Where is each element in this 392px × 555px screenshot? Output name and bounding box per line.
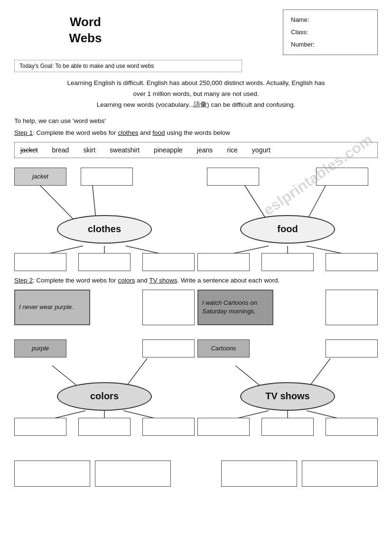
- clothes-bottom-box1[interactable]: [14, 253, 66, 271]
- tvshows-bottom-box3[interactable]: [326, 418, 378, 436]
- intro-line1: Learning English is difficult. English h…: [14, 78, 378, 89]
- clothes-top-box1: jacket: [14, 168, 66, 186]
- step1-text: : Complete the word webs for: [33, 129, 116, 136]
- food-bottom-box2[interactable]: [261, 253, 314, 271]
- colors-oval: colors: [57, 382, 152, 411]
- step1-webs: jacket clothes food: [14, 168, 378, 272]
- step1-suffix: using the words below: [167, 129, 230, 136]
- step1-word1: clothes: [118, 129, 138, 136]
- help-text: To help, we can use 'word webs': [14, 117, 378, 124]
- page-title: Word Webs: [14, 9, 157, 47]
- step2-word1: colors: [118, 277, 135, 284]
- word-skirt: skirt: [83, 146, 95, 154]
- colors-bottom-box2[interactable]: [78, 418, 131, 436]
- word-yogurt: yogurt: [252, 146, 271, 154]
- colors-bottom-box3[interactable]: [142, 418, 195, 436]
- number-label: Number:: [291, 38, 370, 51]
- info-box: Name: Class: Number:: [283, 9, 378, 55]
- extra-box-3[interactable]: [221, 461, 297, 487]
- name-label: Name:: [291, 14, 370, 26]
- word-rice: rice: [227, 146, 238, 154]
- step1-title: Step 1: [14, 129, 33, 136]
- title-line2: Webs: [14, 30, 157, 47]
- step2-title: Step 2: [14, 277, 33, 284]
- tvshows-sentence-box[interactable]: I watch Cartoons on Saturday mornings.: [197, 290, 273, 325]
- step2-suffix: . Write a sentence about each word.: [177, 277, 280, 284]
- word-bread: bread: [52, 146, 69, 154]
- header-area: Word Webs Name: Class: Number:: [14, 9, 378, 55]
- word-jeans: jeans: [197, 146, 213, 154]
- colors-web: I never wear purple. purple colors: [14, 290, 195, 437]
- food-oval: food: [240, 215, 335, 244]
- word-jacket: jacket: [20, 146, 38, 154]
- clothes-bottom-box2[interactable]: [78, 253, 131, 271]
- colors-top-empty-box[interactable]: [142, 290, 195, 325]
- extra-box-2[interactable]: [95, 461, 171, 487]
- tvshows-bottom-box1[interactable]: [197, 418, 250, 436]
- step2-label: Step 2: Complete the word webs for color…: [14, 277, 378, 284]
- goal-text: Today's Goal: To be able to make and use…: [19, 63, 154, 69]
- intro-line3: Learning new words (vocabulary...語彙) can…: [14, 100, 378, 111]
- extra-bottom-left: [14, 461, 171, 487]
- clothes-web: jacket clothes: [14, 168, 195, 272]
- tvshows-web: I watch Cartoons on Saturday mornings. C…: [197, 290, 378, 437]
- colors-mid-box-purple: purple: [14, 339, 66, 357]
- word-pineapple: pineapple: [154, 146, 183, 154]
- food-web: food: [197, 168, 378, 272]
- food-top-box2[interactable]: [316, 168, 368, 186]
- tvshows-mid-empty-box[interactable]: [326, 339, 378, 357]
- step1-label: Step 1: Complete the word webs for cloth…: [14, 129, 378, 136]
- step2-webs: I never wear purple. purple colors: [14, 290, 378, 437]
- colors-sentence-box[interactable]: I never wear purple.: [14, 290, 90, 325]
- clothes-top-box2[interactable]: [81, 168, 133, 186]
- food-top-box1[interactable]: [207, 168, 259, 186]
- tvshows-mid-box-cartoons: Cartoons: [197, 339, 250, 357]
- class-label: Class:: [291, 26, 370, 38]
- extra-bottom-row: [14, 461, 378, 487]
- step2-text: : Complete the word webs for: [33, 277, 116, 284]
- extra-bottom-right: [221, 461, 378, 487]
- intro-line2: over 1 million words, but many are not u…: [14, 89, 378, 100]
- word-sweatshirt: sweatshirt: [110, 146, 140, 154]
- colors-bottom-box1[interactable]: [14, 418, 66, 436]
- help-text-content: To help, we can use 'word webs': [14, 117, 106, 124]
- clothes-bottom-box3[interactable]: [142, 253, 195, 271]
- step1-word2: food: [152, 129, 165, 136]
- tvshows-top-empty-box[interactable]: [326, 290, 378, 325]
- colors-mid-empty-box[interactable]: [142, 339, 195, 357]
- clothes-oval: clothes: [57, 215, 152, 244]
- tvshows-oval: TV shows: [240, 382, 335, 411]
- extra-box-1[interactable]: [14, 461, 90, 487]
- step2-word2: TV shows: [149, 277, 177, 284]
- title-line1: Word: [14, 14, 157, 30]
- goal-box: Today's Goal: To be able to make and use…: [14, 60, 242, 72]
- food-bottom-box3[interactable]: [326, 253, 378, 271]
- intro-text: Learning English is difficult. English h…: [14, 78, 378, 111]
- tvshows-bottom-box2[interactable]: [261, 418, 314, 436]
- extra-box-4[interactable]: [302, 461, 378, 487]
- word-bank: jacket bread skirt sweatshirt pineapple …: [14, 142, 378, 158]
- food-bottom-box1[interactable]: [197, 253, 250, 271]
